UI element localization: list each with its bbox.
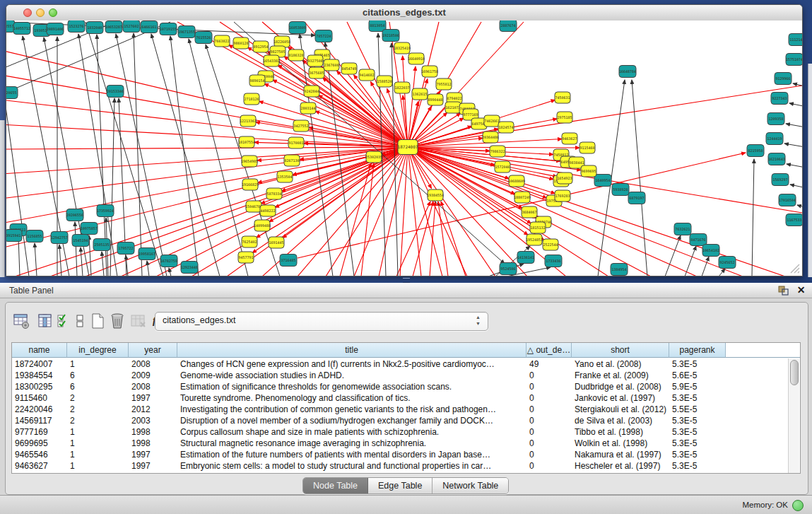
graph-edge bbox=[264, 83, 408, 147]
table-row[interactable]: 1830029562008Estimation of significance … bbox=[12, 381, 789, 392]
graph-node-label: 7986322 bbox=[490, 149, 505, 153]
vertical-scrollbar[interactable] bbox=[788, 358, 799, 473]
graph-node-label: 1167533 bbox=[787, 218, 801, 222]
graph-node-label: 16210643 bbox=[768, 157, 785, 161]
graph-node-label: 1822037 bbox=[394, 86, 409, 90]
graph-node-label: 18226058 bbox=[273, 40, 290, 44]
select-stepper-icon: ▲▼ bbox=[474, 314, 482, 328]
float-panel-icon[interactable] bbox=[778, 286, 789, 296]
table-cell: 5.3E-5 bbox=[669, 415, 726, 426]
table-cell: 5.3E-5 bbox=[669, 449, 726, 460]
column-header-name[interactable]: name bbox=[12, 343, 67, 358]
table-source-select[interactable]: citations_edges.txt ▲▼ bbox=[155, 312, 488, 331]
table-cell: 2008 bbox=[129, 381, 177, 392]
table-cell: Embryonic stem cells: a model to study s… bbox=[177, 460, 526, 472]
table-cell: 1 bbox=[67, 449, 129, 460]
new-column-button[interactable] bbox=[89, 313, 106, 329]
table-row[interactable]: 1938455462009Genome-wide association stu… bbox=[12, 370, 789, 381]
graph-edge bbox=[189, 39, 248, 276]
table-panel-titlebar[interactable]: Table Panel ✕ bbox=[0, 283, 812, 298]
column-header-in_degree[interactable]: in_degree bbox=[67, 343, 129, 358]
graph-node-label: 8471676 bbox=[690, 238, 705, 242]
graph-node-label: 7615526 bbox=[196, 35, 211, 40]
graph-edge bbox=[6, 124, 408, 147]
table-cell: Tourette syndrome. Phenomenology and cla… bbox=[177, 392, 526, 404]
delete-column-button[interactable] bbox=[109, 313, 126, 329]
table-row[interactable]: 1456911722003Disruption of a novel membe… bbox=[12, 415, 789, 426]
table-mode-button[interactable] bbox=[13, 313, 30, 329]
graph-edge bbox=[340, 163, 371, 276]
table-row[interactable]: 2242004622012Investigating the contribut… bbox=[12, 404, 789, 415]
table-row[interactable]: 911546021997Tourette syndrome. Phenomeno… bbox=[12, 392, 789, 404]
graph-edge bbox=[797, 205, 802, 210]
graph-node-label: 6879197 bbox=[629, 196, 644, 200]
memory-status-icon[interactable] bbox=[792, 500, 804, 511]
graph-node-label: 5878334 bbox=[266, 192, 281, 196]
network-view-window: citations_edges.txt 18724007209255714055… bbox=[6, 4, 803, 276]
table-cell: 0 bbox=[526, 449, 572, 460]
table-cell: 1 bbox=[67, 460, 129, 472]
table-row[interactable]: 969969511998Structural magnetic resonanc… bbox=[12, 438, 789, 449]
graph-node-label: 15751074 bbox=[786, 57, 802, 62]
table-cell: Changes of HCN gene expression and I(f) … bbox=[177, 358, 526, 370]
table-row[interactable]: 946362711997Embryonic stem cells: a mode… bbox=[12, 460, 789, 472]
graph-node-label: 15046788 bbox=[245, 204, 262, 209]
table-row[interactable]: 977716911998Corpus callosum shape and si… bbox=[12, 426, 789, 438]
table-cell: 5.3E-5 bbox=[669, 358, 726, 370]
tab-node-table[interactable]: Node Table bbox=[303, 478, 368, 493]
graph-node-label: 18724007 bbox=[398, 144, 418, 149]
graph-node-label: 1769283 bbox=[555, 194, 570, 198]
tab-edge-table[interactable]: Edge Table bbox=[368, 478, 433, 493]
column-header-out_de[interactable]: △ out_de… bbox=[526, 343, 572, 358]
graph-node-label: 18807249 bbox=[514, 195, 531, 199]
graph-node-label: 6466161 bbox=[141, 25, 156, 29]
graph-edge bbox=[413, 201, 433, 276]
table-cell: 0 bbox=[526, 438, 572, 449]
table-row[interactable]: 946554611997Estimation of the future num… bbox=[12, 449, 789, 460]
table-cell: 1997 bbox=[129, 392, 177, 404]
column-header-year[interactable]: year bbox=[129, 343, 177, 358]
graph-node-label: 1824574 bbox=[498, 125, 513, 129]
table-cell: 9115460 bbox=[12, 392, 67, 404]
checkbox-list-button[interactable] bbox=[75, 313, 85, 329]
graph-node-label: 9129966 bbox=[775, 76, 790, 81]
graph-node-label: 9524506 bbox=[500, 267, 515, 271]
delete-table-button[interactable] bbox=[130, 313, 147, 329]
select-columns-button[interactable] bbox=[57, 313, 71, 329]
network-window-titlebar[interactable]: citations_edges.txt bbox=[6, 5, 802, 21]
graph-node-label: 16640910 bbox=[408, 57, 425, 61]
column-header-pagerank[interactable]: pagerank bbox=[669, 343, 726, 358]
show-columns-button[interactable] bbox=[37, 313, 54, 329]
graph-edge bbox=[665, 235, 681, 276]
graph-node-label: 8813054 bbox=[370, 23, 384, 28]
graph-node-label: 19958167 bbox=[139, 252, 155, 256]
left-panel-edge bbox=[0, 120, 5, 277]
graph-node-label: 1654923 bbox=[557, 176, 572, 180]
table-cell: Structural magnetic resonance image aver… bbox=[177, 438, 526, 449]
graph-node-label: 14099488 bbox=[254, 223, 271, 228]
table-cell: Jankovic et al. (1997) bbox=[572, 392, 669, 404]
close-panel-icon[interactable]: ✕ bbox=[796, 285, 806, 296]
table-cell: 49 bbox=[526, 358, 572, 370]
column-header-title[interactable]: title bbox=[177, 343, 526, 358]
table-cell: Hescheler et al. (1997) bbox=[572, 460, 669, 472]
network-canvas[interactable]: 1872400720925571405571219305142089140615… bbox=[6, 21, 802, 276]
graph-node-label: 1832040 bbox=[87, 25, 102, 30]
graph-node-label: 1384954 bbox=[611, 267, 626, 271]
table-row[interactable]: 1872400712008Changes of HCN gene express… bbox=[12, 358, 789, 370]
table-cell: Wolkin et al. (1998) bbox=[572, 438, 669, 449]
column-header-short[interactable]: short bbox=[572, 343, 669, 358]
graph-node-label: 1545194 bbox=[73, 238, 88, 243]
table-cell: 6 bbox=[67, 381, 129, 392]
panel-splitter[interactable] bbox=[403, 278, 410, 283]
table-cell: Yano et al. (2008) bbox=[572, 358, 669, 370]
scrollbar-thumb[interactable] bbox=[790, 360, 799, 385]
graph-node-label: 2505135 bbox=[94, 243, 109, 247]
window-resize-grip[interactable] bbox=[789, 262, 800, 274]
graph-node-label: 4498222 bbox=[260, 209, 275, 213]
tab-network-table[interactable]: Network Table bbox=[433, 478, 508, 493]
graph-node-label: 1209358 bbox=[768, 117, 783, 121]
graph-node-label: 10975857 bbox=[81, 226, 98, 230]
table-cell: 2 bbox=[67, 404, 129, 415]
graph-node-label: 20153346 bbox=[107, 89, 124, 93]
